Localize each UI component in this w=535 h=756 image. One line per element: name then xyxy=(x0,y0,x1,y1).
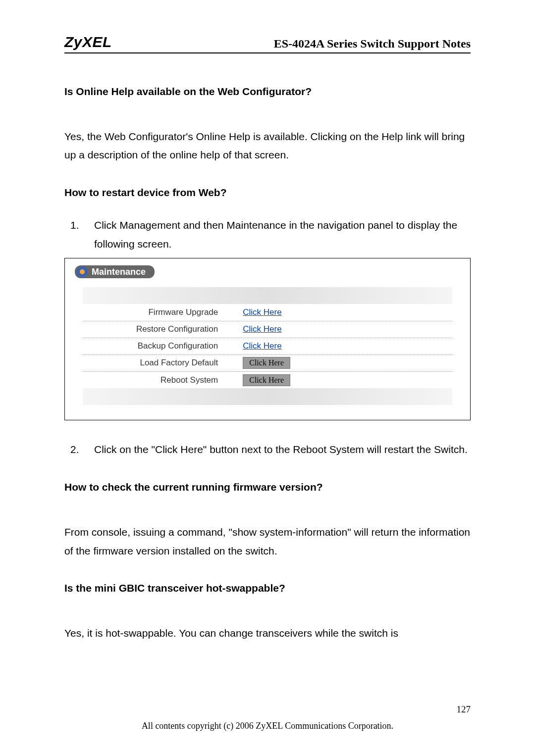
maintenance-screenshot: Maintenance Firmware Upgrade Click Here … xyxy=(64,258,471,420)
step-text: Click on the "Click Here" button next to… xyxy=(94,440,471,459)
row-label: Restore Configuration xyxy=(83,321,238,338)
maintenance-panel-header: Maintenance xyxy=(75,265,155,278)
restore-config-link[interactable]: Click Here xyxy=(243,324,281,334)
question-restart: How to restart device from Web? xyxy=(64,184,471,201)
table-row: Reboot System Click Here xyxy=(83,371,453,388)
row-label: Firmware Upgrade xyxy=(83,304,238,321)
question-hot-swap: Is the mini GBIC transceiver hot-swappab… xyxy=(64,580,471,597)
row-label: Backup Configuration xyxy=(83,338,238,354)
table-row: Firmware Upgrade Click Here xyxy=(83,304,453,321)
table-gradient-top xyxy=(83,287,453,304)
answer-online-help: Yes, the Web Configurator's Online Help … xyxy=(64,127,471,165)
page-footer: 127 All contents copyright (c) 2006 ZyXE… xyxy=(64,704,471,731)
answer-firmware-version: From console, issuing a command, "show s… xyxy=(64,523,471,560)
maintenance-title: Maintenance xyxy=(92,267,146,277)
step-number: 2. xyxy=(64,440,94,459)
firmware-upgrade-link[interactable]: Click Here xyxy=(243,307,281,317)
step-text: Click Management and then Maintenance in… xyxy=(94,216,471,253)
question-firmware-version: How to check the current running firmwar… xyxy=(64,479,471,496)
step-1: 1. Click Management and then Maintenance… xyxy=(64,216,471,253)
backup-config-link[interactable]: Click Here xyxy=(243,341,281,351)
load-factory-default-button[interactable]: Click Here xyxy=(243,357,290,369)
header-bullet-icon xyxy=(77,266,88,277)
question-online-help: Is Online Help available on the Web Conf… xyxy=(64,83,471,100)
logo: ZyXEL xyxy=(64,34,112,50)
document-title: ES-4024A Series Switch Support Notes xyxy=(274,37,471,50)
maintenance-table: Firmware Upgrade Click Here Restore Conf… xyxy=(83,287,453,405)
reboot-system-button[interactable]: Click Here xyxy=(243,374,290,386)
table-row: Load Factory Default Click Here xyxy=(83,354,453,371)
page-header: ZyXEL ES-4024A Series Switch Support Not… xyxy=(64,34,471,53)
table-gradient-bottom xyxy=(83,388,453,405)
answer-hot-swap: Yes, it is hot-swappable. You can change… xyxy=(64,624,471,643)
table-row: Restore Configuration Click Here xyxy=(83,321,453,338)
step-2: 2. Click on the "Click Here" button next… xyxy=(64,440,471,459)
page-number: 127 xyxy=(64,704,471,715)
step-number: 1. xyxy=(64,216,94,253)
table-row: Backup Configuration Click Here xyxy=(83,338,453,354)
row-label: Reboot System xyxy=(83,371,238,388)
copyright-text: All contents copyright (c) 2006 ZyXEL Co… xyxy=(64,721,471,731)
row-label: Load Factory Default xyxy=(83,354,238,371)
